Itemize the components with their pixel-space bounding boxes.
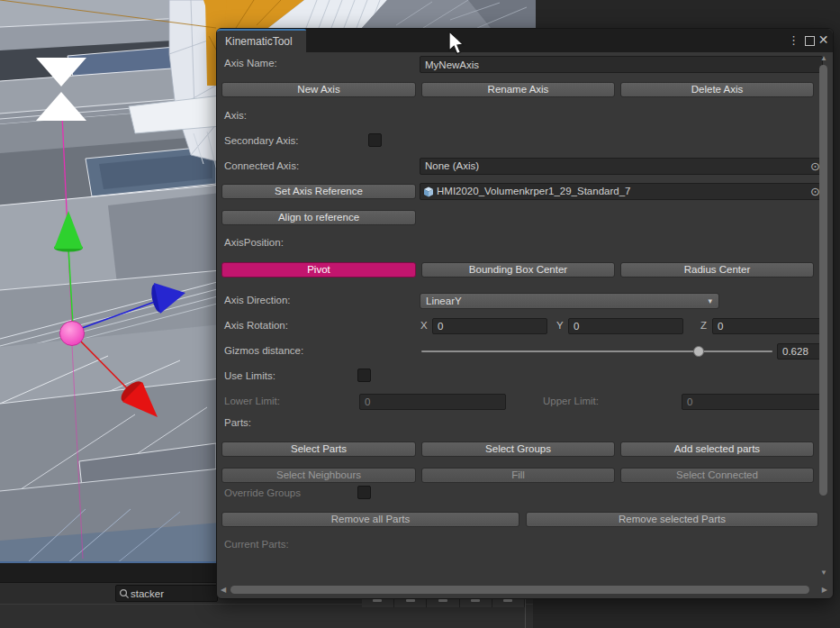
connected-axis-value: None (Axis) xyxy=(425,160,479,171)
window-titlebar[interactable]: KinematicTool ⋮ ✕ xyxy=(217,29,833,52)
remove-selected-parts-button[interactable]: Remove selected Parts xyxy=(526,512,818,527)
gizmos-distance-input[interactable] xyxy=(782,344,817,359)
axis-rotation-label: Axis Rotation: xyxy=(224,320,288,331)
axis-direction-dropdown[interactable]: LinearY ▾ xyxy=(420,293,719,309)
scroll-down-icon[interactable]: ▼ xyxy=(820,569,827,578)
gameobject-cube-icon xyxy=(423,187,434,197)
override-groups-checkbox[interactable] xyxy=(357,486,371,499)
scroll-right-icon[interactable]: ▶ xyxy=(822,586,827,595)
rot-z-input[interactable] xyxy=(718,319,817,333)
remove-all-parts-button[interactable]: Remove all Parts xyxy=(221,512,519,527)
select-connected-button: Select Connected xyxy=(620,468,814,483)
use-limits-checkbox[interactable] xyxy=(357,369,371,382)
axis-name-label: Axis Name: xyxy=(224,58,277,68)
gizmos-distance-field[interactable] xyxy=(777,343,823,360)
upper-limit-label: Upper Limit: xyxy=(543,396,599,406)
panel-divider-line xyxy=(525,596,526,628)
select-parts-button[interactable]: Select Parts xyxy=(221,441,416,457)
delete-axis-button[interactable]: Delete Axis xyxy=(620,82,814,97)
axis-name-field[interactable] xyxy=(420,56,823,73)
kebab-menu-icon[interactable]: ⋮ xyxy=(787,33,800,47)
tab-kinematictool[interactable]: KinematicTool xyxy=(217,29,306,52)
select-neighbours-button: Select Neighbours xyxy=(221,468,416,483)
current-parts-label: Current Parts: xyxy=(224,539,289,550)
rot-x-field[interactable] xyxy=(432,318,547,334)
rot-x-input[interactable] xyxy=(438,319,542,333)
gizmo-origin-sphere[interactable] xyxy=(60,322,85,346)
search-icon xyxy=(119,588,130,599)
connected-axis-field[interactable]: None (Axis) ⊙ xyxy=(420,158,823,175)
secondary-axis-checkbox[interactable] xyxy=(368,133,382,147)
axis-direction-value: LinearY xyxy=(426,296,462,306)
vertical-scrollbar[interactable]: ▲ ▼ xyxy=(818,53,829,578)
statusbar-bottom-strip xyxy=(0,604,533,628)
upper-limit-input xyxy=(687,395,817,409)
rot-y-field[interactable] xyxy=(568,318,683,334)
axis-name-input[interactable] xyxy=(425,57,817,72)
fill-button: Fill xyxy=(421,468,615,483)
search-box[interactable] xyxy=(115,585,218,602)
search-input[interactable] xyxy=(131,586,212,601)
editor-root: KinematicTool ⋮ ✕ Axis Name: New Axis Re… xyxy=(0,0,840,628)
upper-limit-field xyxy=(682,394,823,410)
maximize-icon[interactable] xyxy=(805,36,815,46)
connected-axis-label: Connected Axis: xyxy=(224,160,299,171)
scroll-up-icon[interactable]: ▲ xyxy=(820,54,827,63)
axis-position-label: AxisPosition: xyxy=(224,237,284,248)
rot-z-label: Z xyxy=(700,320,707,331)
rename-axis-button[interactable]: Rename Axis xyxy=(421,82,615,97)
bounding-box-center-button[interactable]: Bounding Box Center xyxy=(421,262,615,278)
axis-reference-field[interactable]: HMI2020_Volumenkrper1_29_Standard_7 ⊙ xyxy=(420,183,823,200)
rot-y-input[interactable] xyxy=(574,319,678,333)
select-groups-button[interactable]: Select Groups xyxy=(421,441,615,457)
mouse-cursor xyxy=(447,31,467,58)
vertical-scrollbar-thumb[interactable] xyxy=(819,65,827,496)
rot-z-field[interactable] xyxy=(712,318,823,334)
horizontal-scrollbar-thumb[interactable] xyxy=(230,586,809,594)
add-selected-parts-button[interactable]: Add selected parts xyxy=(620,441,814,457)
gizmos-distance-slider[interactable] xyxy=(421,350,772,352)
scroll-left-icon[interactable]: ◀ xyxy=(221,586,226,595)
axis-direction-label: Axis Direction: xyxy=(224,295,291,305)
lower-limit-field xyxy=(359,394,506,410)
parts-label: Parts: xyxy=(224,417,251,428)
horizontal-scrollbar[interactable]: ◀ ▶ xyxy=(219,584,817,596)
gizmos-distance-label: Gizmos distance: xyxy=(224,345,303,356)
chevron-down-icon: ▾ xyxy=(708,294,712,308)
use-limits-label: Use Limits: xyxy=(224,370,275,381)
lower-limit-input xyxy=(365,395,501,409)
radius-center-button[interactable]: Radius Center xyxy=(620,262,814,278)
window-title: KinematicTool xyxy=(225,35,293,48)
kinematictool-window: KinematicTool ⋮ ✕ Axis Name: New Axis Re… xyxy=(216,28,834,599)
pivot-button[interactable]: Pivot xyxy=(221,262,416,278)
rot-y-label: Y xyxy=(556,320,564,331)
rot-x-label: X xyxy=(420,320,428,331)
axis-label: Axis: xyxy=(224,110,247,121)
lower-limit-label: Lower Limit: xyxy=(224,396,280,406)
close-icon[interactable]: ✕ xyxy=(817,33,830,47)
axis-reference-value: HMI2020_Volumenkrper1_29_Standard_7 xyxy=(437,186,630,196)
align-to-reference-button[interactable]: Align to reference xyxy=(221,210,416,225)
new-axis-button[interactable]: New Axis xyxy=(221,82,416,97)
override-groups-label: Override Groups xyxy=(224,487,301,498)
set-axis-reference-button[interactable]: Set Axis Reference xyxy=(221,184,416,199)
gizmos-distance-slider-handle[interactable] xyxy=(693,346,704,357)
secondary-axis-label: Secondary Axis: xyxy=(224,135,298,146)
